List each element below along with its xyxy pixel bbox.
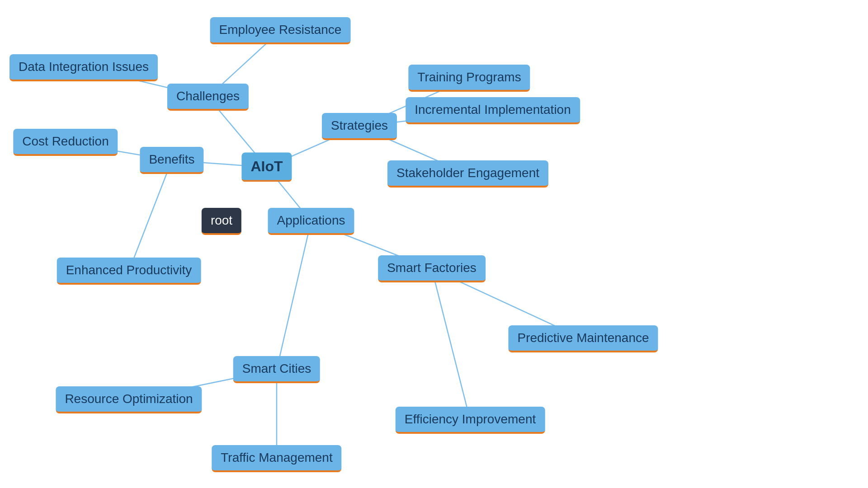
node-applications[interactable]: Applications [268,208,354,235]
node-smart_cities[interactable]: Smart Cities [233,356,320,383]
node-traffic_management[interactable]: Traffic Management [212,445,341,472]
mind-map-container: rootAIoTChallengesEmployee ResistanceDat… [0,0,868,488]
node-benefits[interactable]: Benefits [140,147,203,174]
svg-line-7 [129,160,172,271]
node-aiot[interactable]: AIoT [241,153,292,182]
node-resource_optimization[interactable]: Resource Optimization [56,386,202,413]
svg-line-11 [277,221,311,370]
node-cost_reduction[interactable]: Cost Reduction [13,129,118,156]
node-training_programs[interactable]: Training Programs [408,65,530,92]
node-root[interactable]: root [202,208,241,235]
node-smart_factories[interactable]: Smart Factories [378,255,486,282]
node-employee_resistance[interactable]: Employee Resistance [210,17,351,44]
node-enhanced_productivity[interactable]: Enhanced Productivity [57,258,201,285]
node-predictive_maintenance[interactable]: Predictive Maintenance [508,325,658,352]
node-challenges[interactable]: Challenges [167,84,249,111]
svg-line-16 [432,269,470,420]
node-stakeholder_engagement[interactable]: Stakeholder Engagement [387,160,548,188]
node-strategies[interactable]: Strategies [322,113,397,140]
node-data_integration[interactable]: Data Integration Issues [9,54,158,81]
node-incremental_implementation[interactable]: Incremental Implementation [406,97,580,124]
node-efficiency_improvement[interactable]: Efficiency Improvement [396,407,545,434]
